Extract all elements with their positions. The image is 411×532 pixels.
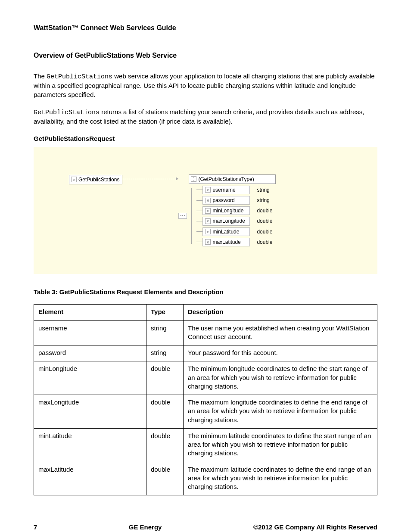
table-caption: Table 3: GetPublicStations Request Eleme… bbox=[34, 288, 377, 296]
table-row: passwordstringYour password for this acc… bbox=[34, 345, 377, 361]
schema-root-label: GetPublicStations bbox=[78, 176, 119, 183]
connector-line bbox=[196, 190, 202, 190]
schema-field-name: username bbox=[212, 187, 235, 193]
cell-description: Your password for this account. bbox=[184, 345, 377, 361]
cell-type: double bbox=[146, 428, 184, 462]
schema-field-row: eusernamestring bbox=[196, 186, 276, 194]
schema-field-node: emaxLatitude bbox=[202, 238, 250, 246]
schema-field-row: eminLatitudedouble bbox=[196, 227, 276, 236]
schema-field-type: double bbox=[257, 218, 276, 224]
schema-field-row: eminLongitudedouble bbox=[196, 206, 276, 215]
schema-field-type: double bbox=[257, 207, 276, 214]
footer-company: GE Energy bbox=[129, 523, 162, 532]
cell-description: The minimum latitude coordinates to defi… bbox=[184, 428, 377, 462]
table-header-desc: Description bbox=[184, 305, 377, 320]
request-elements-table: Element Type Description usernamestringT… bbox=[34, 304, 377, 495]
cell-type: double bbox=[146, 395, 184, 429]
cell-element: minLatitude bbox=[34, 428, 146, 462]
connector-line bbox=[196, 231, 202, 232]
arrow-icon bbox=[122, 174, 178, 183]
schema-type-node: ⋮ (GetPublicStationsType) bbox=[189, 174, 276, 184]
schema-field-name: minLongitude bbox=[212, 207, 243, 214]
schema-root-node: e GetPublicStations bbox=[69, 175, 122, 184]
page-footer: 7 GE Energy ©2012 GE Company All Rights … bbox=[34, 523, 377, 532]
footer-page-number: 7 bbox=[34, 523, 37, 532]
table-row: maxLatitudedoubleThe maximum latitude co… bbox=[34, 462, 377, 495]
schema-field-node: eusername bbox=[202, 186, 250, 194]
table-header-type: Type bbox=[146, 305, 184, 320]
schema-type-label: (GetPublicStationsType) bbox=[198, 176, 254, 183]
cell-type: string bbox=[146, 345, 184, 361]
text: The bbox=[34, 72, 47, 80]
cell-element: maxLatitude bbox=[34, 462, 146, 495]
cell-description: The user name you established when creat… bbox=[184, 320, 377, 345]
intro-paragraph-1: The GetPublicStations web service allows… bbox=[34, 72, 377, 99]
code-inline: GetPublicStations bbox=[47, 73, 112, 81]
sequence-icon: ••• bbox=[178, 213, 187, 219]
footer-copyright: ©2012 GE Company All Rights Reserved bbox=[253, 523, 377, 532]
connector-line bbox=[196, 200, 202, 201]
cell-description: The maximum longitude coordinates to def… bbox=[184, 395, 377, 429]
bracket-icon bbox=[187, 188, 196, 244]
element-icon: e bbox=[205, 218, 211, 224]
cell-description: The minimum longitude coordinates to def… bbox=[184, 361, 377, 395]
element-icon: e bbox=[205, 198, 211, 203]
cell-type: string bbox=[146, 320, 184, 345]
element-icon: e bbox=[205, 187, 211, 193]
schema-field-row: epasswordstring bbox=[196, 196, 276, 205]
table-row: usernamestringThe user name you establis… bbox=[34, 320, 377, 345]
type-icon: ⋮ bbox=[191, 176, 196, 182]
schema-field-type: string bbox=[257, 187, 276, 193]
cell-type: double bbox=[146, 462, 184, 495]
table-header-element: Element bbox=[34, 305, 146, 320]
cell-element: minLongitude bbox=[34, 361, 146, 395]
schema-field-node: emaxLongitude bbox=[202, 217, 250, 225]
schema-diagram: e GetPublicStations ⋮ (GetPublicStations… bbox=[34, 147, 377, 274]
element-icon: e bbox=[205, 239, 211, 245]
schema-field-node: eminLongitude bbox=[202, 206, 250, 215]
connector-line bbox=[196, 211, 202, 211]
element-icon: e bbox=[205, 208, 211, 214]
table-row: maxLongitudedoubleThe maximum longitude … bbox=[34, 395, 377, 429]
schema-field-name: minLatitude bbox=[212, 228, 239, 235]
document-title: WattStation™ Connect Web Services Guide bbox=[34, 23, 377, 33]
schema-field-type: double bbox=[257, 228, 276, 235]
schema-field-type: string bbox=[257, 197, 276, 204]
cell-description: The maximum latitude coordinates to defi… bbox=[184, 462, 377, 495]
table-row: minLongitudedoubleThe minimum longitude … bbox=[34, 361, 377, 395]
section-heading: Overview of GetPublicStations Web Servic… bbox=[34, 51, 377, 60]
schema-field-type: double bbox=[257, 239, 276, 246]
code-inline: GetPublicStations bbox=[34, 109, 100, 116]
schema-field-node: eminLatitude bbox=[202, 227, 250, 236]
schema-field-row: emaxLongitudedouble bbox=[196, 217, 276, 225]
schema-field-row: emaxLatitudedouble bbox=[196, 238, 276, 246]
cell-element: maxLongitude bbox=[34, 395, 146, 429]
schema-field-node: epassword bbox=[202, 196, 250, 205]
schema-field-name: maxLongitude bbox=[212, 218, 245, 224]
request-heading: GetPublicStationsRequest bbox=[34, 134, 377, 143]
element-icon: e bbox=[205, 229, 211, 234]
schema-field-name: maxLatitude bbox=[212, 239, 240, 246]
cell-element: username bbox=[34, 320, 146, 345]
intro-paragraph-2: GetPublicStations returns a list of stat… bbox=[34, 108, 377, 126]
element-icon: e bbox=[71, 177, 77, 182]
cell-element: password bbox=[34, 345, 146, 361]
table-row: minLatitudedoubleThe minimum latitude co… bbox=[34, 428, 377, 462]
schema-field-name: password bbox=[212, 197, 234, 204]
cell-type: double bbox=[146, 361, 184, 395]
connector-line bbox=[196, 242, 202, 242]
connector-line bbox=[196, 221, 202, 221]
